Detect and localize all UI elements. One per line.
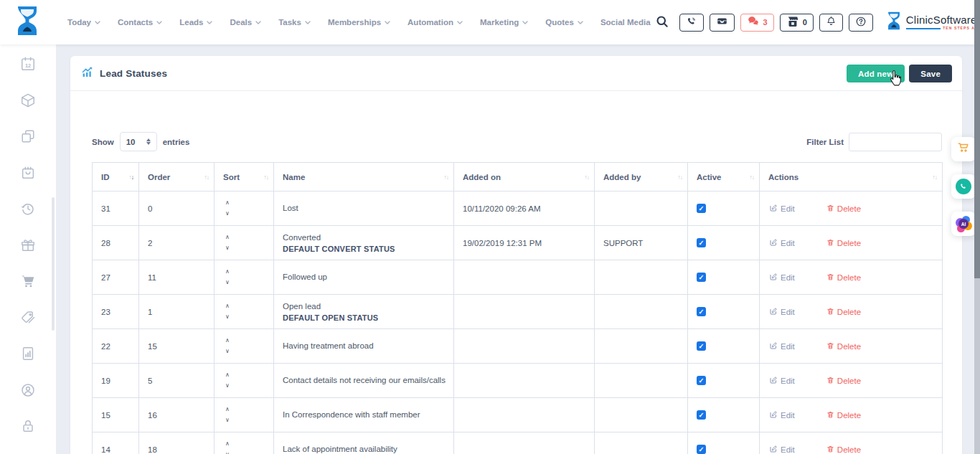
- move-up-button[interactable]: ∧: [223, 338, 232, 344]
- active-checkbox[interactable]: [697, 376, 706, 385]
- page-size-select[interactable]: 10: [120, 132, 157, 151]
- hourglass-logo-icon: [14, 5, 40, 39]
- column-header[interactable]: Added by ↑↓: [595, 163, 688, 191]
- edit-button[interactable]: Edit: [769, 273, 795, 283]
- table-row: 27 11 ∧ ∨ Followed up: [93, 260, 943, 295]
- delete-button[interactable]: Delete: [826, 307, 861, 317]
- search-button[interactable]: [651, 14, 674, 31]
- move-down-button[interactable]: ∨: [223, 383, 232, 389]
- pages-icon[interactable]: [20, 128, 36, 144]
- calendar-icon[interactable]: 12: [20, 56, 36, 72]
- move-up-button[interactable]: ∧: [223, 441, 232, 447]
- delete-button[interactable]: Delete: [826, 341, 861, 351]
- move-down-button[interactable]: ∨: [223, 349, 232, 354]
- add-new-button[interactable]: Add new: [847, 65, 905, 82]
- chat-messages-button[interactable]: 3: [740, 14, 774, 32]
- brand-name: ClinicSoftware.com: [906, 14, 980, 25]
- move-up-button[interactable]: ∧: [223, 235, 232, 240]
- edit-button[interactable]: Edit: [769, 307, 795, 317]
- notifications-button[interactable]: [819, 14, 843, 32]
- nav-item[interactable]: Marketing: [480, 18, 528, 27]
- column-header[interactable]: Active ↑↓: [688, 163, 760, 191]
- move-up-button[interactable]: ∧: [223, 269, 232, 275]
- store-icon: [786, 16, 799, 29]
- column-header[interactable]: Order ↑↓: [139, 163, 215, 191]
- move-down-button[interactable]: ∨: [223, 280, 232, 285]
- column-header[interactable]: Sort ↑↓: [215, 163, 274, 191]
- active-checkbox[interactable]: [697, 238, 706, 247]
- sidebar-scrollbar-thumb[interactable]: [52, 197, 55, 331]
- column-header[interactable]: Added on ↑↓: [454, 163, 595, 191]
- lock-icon[interactable]: [20, 418, 36, 434]
- delete-button[interactable]: Delete: [826, 376, 861, 386]
- active-checkbox[interactable]: [697, 445, 706, 454]
- edit-button[interactable]: Edit: [769, 445, 795, 454]
- delete-button[interactable]: Delete: [826, 410, 861, 420]
- trash-icon: [826, 238, 834, 248]
- nav-item[interactable]: Tasks: [278, 18, 311, 27]
- nav-item[interactable]: Social Media: [600, 18, 651, 27]
- floating-phone-button[interactable]: [951, 174, 976, 199]
- move-up-button[interactable]: ∧: [223, 372, 232, 378]
- window-scrollbar[interactable]: [974, 0, 980, 454]
- move-up-button[interactable]: ∧: [223, 200, 232, 206]
- edit-button[interactable]: Edit: [769, 410, 795, 420]
- save-button[interactable]: Save: [909, 65, 952, 82]
- delete-button[interactable]: Delete: [826, 238, 861, 248]
- filter-list-input[interactable]: [849, 133, 942, 151]
- nav-item[interactable]: Leads: [179, 18, 212, 27]
- active-checkbox[interactable]: [697, 204, 706, 213]
- move-up-button[interactable]: ∧: [223, 303, 232, 309]
- nav-item-label: Leads: [179, 18, 203, 27]
- reports-icon[interactable]: [20, 346, 36, 361]
- bookings-icon[interactable]: [20, 165, 36, 181]
- move-down-button[interactable]: ∨: [223, 245, 232, 251]
- cart-icon[interactable]: [20, 273, 36, 289]
- inbox-button[interactable]: [710, 14, 735, 32]
- edit-button[interactable]: Edit: [769, 238, 795, 248]
- nav-item[interactable]: Quotes: [545, 18, 583, 27]
- floating-ai-assistant-button[interactable]: AI: [951, 212, 976, 236]
- floating-cart-button[interactable]: [951, 137, 976, 161]
- move-up-button[interactable]: ∧: [223, 407, 232, 412]
- active-checkbox[interactable]: [697, 341, 706, 351]
- column-header[interactable]: Actions ↑↓: [760, 163, 943, 191]
- history-icon[interactable]: [20, 201, 36, 217]
- nav-item-label: Quotes: [545, 18, 574, 27]
- delete-button[interactable]: Delete: [826, 445, 861, 454]
- cell-sort: ∧ ∨: [215, 260, 274, 295]
- table-row: 15 16 ∧ ∨ In Correspondence with staff m…: [93, 398, 943, 432]
- edit-button[interactable]: Edit: [769, 376, 795, 386]
- move-down-button[interactable]: ∨: [223, 417, 232, 423]
- app-logo[interactable]: [14, 6, 40, 39]
- help-button[interactable]: [849, 14, 873, 32]
- nav-item[interactable]: Today: [67, 18, 100, 27]
- edit-button[interactable]: Edit: [769, 341, 795, 351]
- active-checkbox[interactable]: [697, 410, 706, 420]
- delete-button[interactable]: Delete: [826, 204, 861, 214]
- edit-button[interactable]: Edit: [769, 204, 795, 214]
- nav-item[interactable]: Deals: [230, 18, 261, 27]
- gift-icon[interactable]: [20, 237, 36, 253]
- active-checkbox[interactable]: [697, 273, 706, 282]
- phone-calls-button[interactable]: [679, 14, 704, 32]
- window-scrollbar-thumb[interactable]: [974, 0, 980, 278]
- column-header[interactable]: ID ↑↓: [93, 163, 139, 191]
- move-down-button[interactable]: ∨: [223, 211, 232, 217]
- table-row: 14 18 ∧ ∨ Lack of appointment availabili…: [93, 432, 943, 454]
- chevron-down-icon: [95, 21, 100, 24]
- move-down-button[interactable]: ∨: [223, 314, 232, 320]
- store-button[interactable]: 0: [780, 14, 814, 32]
- nav-item[interactable]: Automation: [407, 18, 463, 27]
- clients-icon[interactable]: [20, 382, 36, 398]
- cell-id: 31: [93, 191, 139, 226]
- tags-icon[interactable]: [20, 310, 36, 326]
- column-header[interactable]: Name ↑↓: [274, 163, 454, 191]
- nav-item[interactable]: Contacts: [118, 18, 162, 27]
- delete-button[interactable]: Delete: [826, 273, 861, 283]
- active-checkbox[interactable]: [697, 307, 706, 316]
- package-icon[interactable]: [20, 93, 36, 108]
- nav-item[interactable]: Memberships: [328, 18, 390, 27]
- cell-added-by: SUPPORT: [595, 226, 688, 260]
- brand-logo[interactable]: ClinicSoftware.com TEN STEPS AHEAD: [886, 11, 980, 34]
